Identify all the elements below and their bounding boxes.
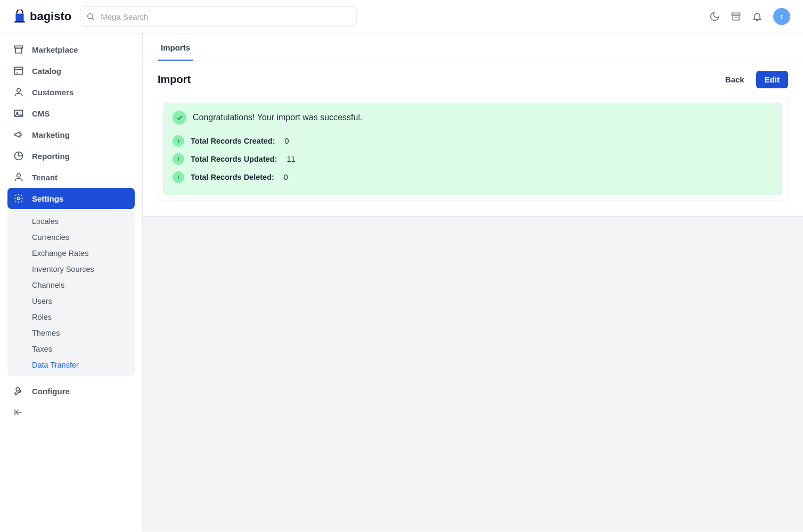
sub-item-data-transfer[interactable]: Data Transfer <box>7 357 135 373</box>
sidebar-item-label: Configure <box>32 387 70 396</box>
info-icon: i <box>173 171 184 183</box>
svg-point-17 <box>18 197 20 200</box>
sub-item-users[interactable]: Users <box>7 293 135 309</box>
gear-icon <box>13 193 24 204</box>
store-icon[interactable] <box>731 11 741 22</box>
stat-deleted: i Total Records Deleted: 0 <box>173 168 773 186</box>
catalog-icon <box>13 65 24 76</box>
sidebar-item-label: Settings <box>32 194 63 203</box>
settings-subnav: Locales Currencies Exchange Rates Invent… <box>7 210 135 376</box>
user-icon <box>13 87 24 97</box>
sidebar-item-label: CMS <box>32 109 50 118</box>
stat-label: Total Records Created: <box>191 137 275 145</box>
back-link[interactable]: Back <box>725 75 744 84</box>
sidebar-item-customers[interactable]: Customers <box>7 81 135 103</box>
stat-value: 11 <box>286 155 295 163</box>
topbar: bagisto t <box>0 0 803 34</box>
sub-item-locales[interactable]: Locales <box>7 213 135 229</box>
edit-button[interactable]: Edit <box>756 71 788 88</box>
user-icon <box>13 172 24 182</box>
sub-item-inventory-sources[interactable]: Inventory Sources <box>7 261 135 277</box>
brand-logo[interactable]: bagisto <box>13 10 71 23</box>
sidebar-item-reporting[interactable]: Reporting <box>7 145 135 167</box>
sub-item-currencies[interactable]: Currencies <box>7 229 135 245</box>
success-alert: Congratulations! Your import was success… <box>163 103 782 195</box>
page-header: Import Back Edit <box>143 61 803 97</box>
main: Imports Import Back Edit Congratulations… <box>143 34 803 531</box>
tab-imports[interactable]: Imports <box>158 34 193 61</box>
page-title: Import <box>158 73 191 86</box>
svg-line-3 <box>92 18 94 20</box>
svg-point-12 <box>17 88 21 92</box>
topbar-actions: t <box>709 8 790 25</box>
sidebar-item-label: Marketplace <box>32 45 78 54</box>
sub-item-channels[interactable]: Channels <box>7 277 135 293</box>
bag-icon <box>13 10 27 23</box>
sidebar-item-configure[interactable]: Configure <box>7 380 135 402</box>
search-wrap <box>80 6 357 27</box>
stat-created: i Total Records Created: 0 <box>173 132 773 150</box>
svg-rect-0 <box>15 14 23 22</box>
sidebar-item-marketplace[interactable]: Marketplace <box>7 39 135 60</box>
dark-mode-icon[interactable] <box>709 11 720 22</box>
chart-icon <box>13 151 24 161</box>
wrench-icon <box>13 386 24 396</box>
search-input[interactable] <box>80 6 357 27</box>
search-icon <box>86 12 95 21</box>
check-icon <box>173 111 186 124</box>
brand-name: bagisto <box>30 10 71 23</box>
sub-item-roles[interactable]: Roles <box>7 309 135 325</box>
stat-label: Total Records Deleted: <box>191 173 274 181</box>
sidebar-item-tenant[interactable]: Tenant <box>7 167 135 188</box>
info-icon: i <box>173 153 184 165</box>
avatar-initial: t <box>781 13 783 21</box>
sidebar: Marketplace Catalog Customers CMS Market… <box>0 34 143 531</box>
svg-rect-1 <box>14 21 25 22</box>
sidebar-item-label: Catalog <box>32 66 61 76</box>
stat-value: 0 <box>284 137 289 145</box>
store-icon <box>13 44 24 55</box>
svg-rect-9 <box>15 67 23 74</box>
sidebar-item-cms[interactable]: CMS <box>7 103 135 124</box>
stat-updated: i Total Records Updated: 11 <box>173 150 773 168</box>
success-message: Congratulations! Your import was success… <box>193 113 362 122</box>
svg-point-2 <box>88 14 93 19</box>
sidebar-item-label: Customers <box>32 88 73 97</box>
megaphone-icon <box>13 129 24 140</box>
sidebar-item-label: Tenant <box>32 173 58 182</box>
sub-item-exchange-rates[interactable]: Exchange Rates <box>7 245 135 261</box>
sidebar-item-label: Marketing <box>32 130 70 139</box>
sidebar-item-marketing[interactable]: Marketing <box>7 124 135 145</box>
svg-point-16 <box>17 173 21 177</box>
stat-value: 0 <box>284 173 288 181</box>
sidebar-item-settings[interactable]: Settings <box>7 188 135 209</box>
bell-icon[interactable] <box>752 11 763 22</box>
sidebar-item-catalog[interactable]: Catalog <box>7 60 135 81</box>
sub-item-taxes[interactable]: Taxes <box>7 341 135 357</box>
stat-label: Total Records Updated: <box>191 155 277 163</box>
tabs: Imports <box>143 34 803 61</box>
avatar[interactable]: t <box>773 8 790 25</box>
svg-rect-8 <box>15 48 22 53</box>
sidebar-item-label: Reporting <box>32 152 70 161</box>
collapse-sidebar-button[interactable] <box>7 402 135 423</box>
info-icon: i <box>173 135 184 147</box>
sub-item-themes[interactable]: Themes <box>7 325 135 341</box>
image-icon <box>13 108 24 119</box>
result-card: Congratulations! Your import was success… <box>158 97 788 201</box>
